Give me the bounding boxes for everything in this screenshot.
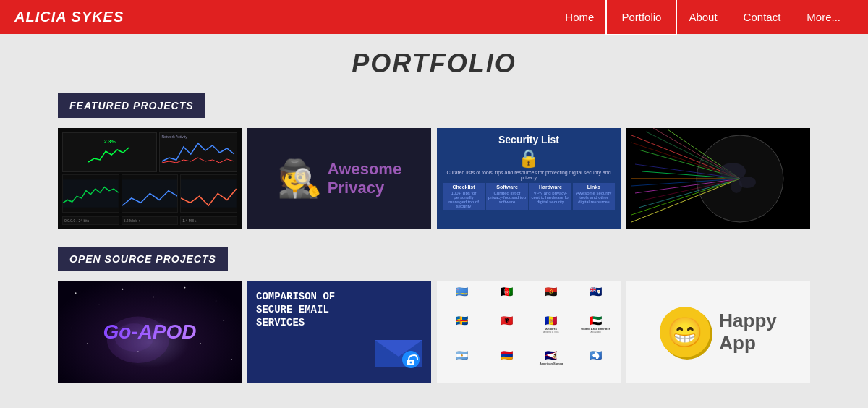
aruba-flag: 🇦🇼 bbox=[456, 286, 468, 297]
go-apod-title: Go-APOD bbox=[103, 320, 196, 344]
main-content: PORTFOLIO FEATURED PROJECTS 2.3% Ne bbox=[0, 34, 868, 408]
uae-flag: 🇦🇪 bbox=[590, 315, 602, 326]
countries-grid: 🇦🇼 🇦🇫 🇦🇴 🇦🇮 bbox=[437, 281, 621, 383]
angola-flag: 🇦🇴 bbox=[545, 286, 557, 297]
svg-point-48 bbox=[410, 362, 412, 364]
project-countries[interactable]: 🇦🇼 🇦🇫 🇦🇴 🇦🇮 bbox=[437, 281, 621, 383]
andorra-city: Andorra la Vella bbox=[543, 331, 558, 333]
email-envelope-icon bbox=[373, 329, 424, 375]
security-list-columns: Checklist 100+ Tips for personally manag… bbox=[443, 183, 615, 210]
svg-point-39 bbox=[231, 359, 231, 360]
page-title: PORTFOLIO bbox=[58, 48, 810, 79]
featured-section-header: FEATURED PROJECTS bbox=[58, 93, 205, 118]
security-list-desc: Curated lists of tools, tips and resourc… bbox=[443, 170, 615, 180]
country-afghanistan: 🇦🇫 bbox=[485, 284, 529, 313]
featured-section: FEATURED PROJECTS 2.3% Network Activity bbox=[58, 93, 810, 229]
nav-portfolio[interactable]: Portfolio bbox=[607, 0, 676, 34]
navigation: Home Portfolio About Contact More... bbox=[552, 0, 854, 34]
albania-flag: 🇦🇱 bbox=[501, 315, 513, 326]
open-source-section: OPEN SOURCE PROJECTS bbox=[58, 247, 810, 383]
open-source-section-label: OPEN SOURCE PROJECTS bbox=[69, 253, 216, 265]
privacy-mascot-icon: 🕵️ bbox=[277, 158, 322, 200]
nav-contact[interactable]: Contact bbox=[731, 0, 794, 34]
country-uae: 🇦🇪 United Arab Emirates Abu Dhabi bbox=[574, 313, 618, 348]
afghanistan-flag: 🇦🇫 bbox=[501, 286, 513, 297]
svg-point-28 bbox=[122, 289, 123, 290]
svg-point-24 bbox=[731, 179, 742, 193]
globe-visualization bbox=[626, 128, 810, 229]
uae-city: Abu Dhabi bbox=[591, 331, 601, 333]
project-globe[interactable] bbox=[626, 128, 810, 229]
project-dashboard[interactable]: 2.3% Network Activity bbox=[58, 128, 242, 229]
open-source-section-header: OPEN SOURCE PROJECTS bbox=[58, 247, 228, 271]
american-samoa-flag: 🇦🇸 bbox=[545, 349, 557, 361]
svg-point-38 bbox=[200, 343, 201, 344]
svg-point-29 bbox=[153, 297, 155, 298]
country-american-samoa: 🇦🇸 American Samoa bbox=[529, 348, 574, 380]
antarctica-flag: 🇦🇶 bbox=[590, 349, 602, 361]
aland-flag: 🇦🇽 bbox=[456, 315, 468, 326]
nav-more[interactable]: More... bbox=[793, 0, 854, 34]
svg-point-26 bbox=[75, 292, 77, 294]
country-albania: 🇦🇱 bbox=[485, 313, 529, 348]
svg-point-27 bbox=[98, 305, 99, 305]
secure-email-title: COMPARISON OF SECURE EMAIL SERVICES bbox=[256, 290, 335, 330]
security-col-checklist: Checklist 100+ Tips for personally manag… bbox=[443, 183, 485, 210]
country-armenia: 🇦🇲 bbox=[485, 348, 529, 380]
header: ALICIA SYKES Home Portfolio About Contac… bbox=[0, 0, 868, 34]
project-awesome-privacy[interactable]: 🕵️ Awesome Privacy bbox=[247, 128, 431, 229]
awesome-privacy-title: Awesome Privacy bbox=[328, 160, 401, 198]
svg-point-34 bbox=[87, 343, 88, 344]
svg-point-33 bbox=[72, 328, 73, 329]
country-andorra: 🇦🇩 Andorra Andorra la Vella bbox=[529, 313, 574, 348]
happy-app-title: Happy App bbox=[719, 310, 776, 354]
country-argentina: 🇦🇷 bbox=[440, 348, 484, 380]
nav-about[interactable]: About bbox=[676, 0, 730, 34]
svg-point-22 bbox=[720, 163, 746, 180]
project-go-apod[interactable]: Go-APOD bbox=[58, 281, 242, 383]
country-aland: 🇦🇽 bbox=[440, 313, 484, 348]
security-lock-icon: 🔒 bbox=[443, 148, 615, 169]
andorra-flag: 🇦🇩 bbox=[545, 315, 557, 326]
svg-rect-2 bbox=[181, 179, 237, 207]
featured-section-label: FEATURED PROJECTS bbox=[69, 100, 194, 111]
open-source-projects-grid: Go-APOD COMPARISON OF SECURE EMAIL SERVI… bbox=[58, 281, 810, 383]
svg-point-31 bbox=[216, 300, 216, 301]
country-angola: 🇦🇴 bbox=[529, 284, 574, 313]
country-antarctica: 🇦🇶 bbox=[574, 348, 618, 380]
svg-point-30 bbox=[184, 287, 185, 289]
project-happy-app[interactable]: 😁 Happy App bbox=[626, 281, 810, 383]
country-aruba: 🇦🇼 bbox=[440, 284, 484, 313]
security-col-software: Software Curated list of privacy-focused… bbox=[486, 183, 528, 210]
featured-projects-grid: 2.3% Network Activity bbox=[58, 128, 810, 229]
american-samoa-name: American Samoa bbox=[540, 362, 563, 365]
project-security-list[interactable]: Security List 🔒 Curated lists of tools, … bbox=[437, 128, 621, 229]
security-col-hardware: Hardware VPN and privacy-centric hardwar… bbox=[529, 183, 571, 210]
svg-point-32 bbox=[223, 320, 224, 321]
svg-rect-0 bbox=[63, 179, 119, 207]
argentina-flag: 🇦🇷 bbox=[456, 349, 468, 361]
happy-emoji-icon: 😁 bbox=[660, 307, 710, 357]
nav-home[interactable]: Home bbox=[552, 0, 607, 34]
anguilla-flag: 🇦🇮 bbox=[590, 286, 602, 297]
security-col-links: Links Awesome security tools and other d… bbox=[573, 183, 615, 210]
site-title: ALICIA SYKES bbox=[14, 9, 124, 25]
armenia-flag: 🇦🇲 bbox=[501, 349, 513, 361]
project-secure-email[interactable]: COMPARISON OF SECURE EMAIL SERVICES bbox=[247, 281, 431, 383]
country-anguilla: 🇦🇮 bbox=[574, 284, 618, 313]
security-list-title: Security List bbox=[443, 134, 615, 145]
